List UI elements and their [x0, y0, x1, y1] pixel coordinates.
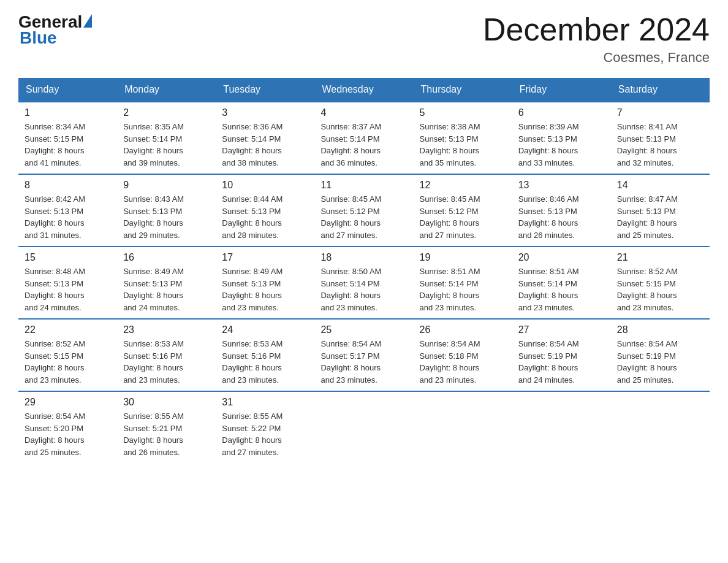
day-info: Sunrise: 8:47 AM Sunset: 5:13 PM Dayligh… — [617, 193, 703, 241]
day-number: 12 — [420, 180, 506, 191]
column-header-sunday: Sunday — [18, 78, 117, 102]
day-info: Sunrise: 8:34 AM Sunset: 5:15 PM Dayligh… — [25, 121, 111, 169]
calendar-subtitle: Coesmes, France — [483, 50, 710, 66]
calendar-cell: 27Sunrise: 8:54 AM Sunset: 5:19 PM Dayli… — [512, 319, 611, 391]
day-number: 13 — [518, 180, 605, 191]
day-info: Sunrise: 8:51 AM Sunset: 5:14 PM Dayligh… — [518, 266, 605, 313]
calendar-cell: 29Sunrise: 8:54 AM Sunset: 5:20 PM Dayli… — [18, 391, 117, 471]
day-number: 5 — [420, 107, 506, 118]
logo-blue-text: Blue — [20, 28, 57, 48]
day-info: Sunrise: 8:35 AM Sunset: 5:14 PM Dayligh… — [123, 121, 210, 169]
day-number: 16 — [123, 252, 210, 263]
calendar-cell: 17Sunrise: 8:49 AM Sunset: 5:13 PM Dayli… — [216, 247, 314, 319]
day-info: Sunrise: 8:41 AM Sunset: 5:13 PM Dayligh… — [617, 121, 703, 169]
day-number: 20 — [518, 252, 605, 263]
day-info: Sunrise: 8:39 AM Sunset: 5:13 PM Dayligh… — [518, 121, 605, 169]
day-number: 7 — [617, 107, 703, 118]
calendar-cell: 9Sunrise: 8:43 AM Sunset: 5:13 PM Daylig… — [117, 174, 216, 247]
calendar-cell: 22Sunrise: 8:52 AM Sunset: 5:15 PM Dayli… — [18, 319, 117, 391]
calendar-cell: 16Sunrise: 8:49 AM Sunset: 5:13 PM Dayli… — [117, 247, 216, 319]
day-number: 28 — [617, 324, 703, 335]
calendar-cell — [314, 391, 413, 471]
calendar-cell: 26Sunrise: 8:54 AM Sunset: 5:18 PM Dayli… — [414, 319, 512, 391]
day-number: 4 — [320, 107, 407, 118]
day-number: 23 — [123, 324, 210, 335]
calendar-table: SundayMondayTuesdayWednesdayThursdayFrid… — [18, 78, 710, 471]
calendar-week-row: 15Sunrise: 8:48 AM Sunset: 5:13 PM Dayli… — [18, 247, 710, 319]
calendar-cell — [611, 391, 710, 471]
calendar-cell: 10Sunrise: 8:44 AM Sunset: 5:13 PM Dayli… — [216, 174, 314, 247]
day-number: 19 — [420, 252, 506, 263]
day-info: Sunrise: 8:45 AM Sunset: 5:12 PM Dayligh… — [320, 193, 407, 241]
day-number: 9 — [123, 180, 210, 191]
day-info: Sunrise: 8:45 AM Sunset: 5:12 PM Dayligh… — [420, 193, 506, 241]
calendar-cell: 13Sunrise: 8:46 AM Sunset: 5:13 PM Dayli… — [512, 174, 611, 247]
day-number: 24 — [222, 324, 308, 335]
logo-blue-container — [82, 17, 92, 28]
calendar-title: December 2024 — [483, 12, 710, 47]
day-info: Sunrise: 8:55 AM Sunset: 5:21 PM Dayligh… — [123, 410, 210, 458]
calendar-cell: 20Sunrise: 8:51 AM Sunset: 5:14 PM Dayli… — [512, 247, 611, 319]
column-header-friday: Friday — [512, 78, 611, 102]
calendar-week-row: 1Sunrise: 8:34 AM Sunset: 5:15 PM Daylig… — [18, 102, 710, 174]
calendar-cell: 21Sunrise: 8:52 AM Sunset: 5:15 PM Dayli… — [611, 247, 710, 319]
column-header-tuesday: Tuesday — [216, 78, 314, 102]
day-number: 10 — [222, 180, 308, 191]
day-info: Sunrise: 8:53 AM Sunset: 5:16 PM Dayligh… — [222, 338, 308, 386]
page-header: General Blue December 2024 Coesmes, Fran… — [18, 12, 710, 66]
title-section: December 2024 Coesmes, France — [483, 12, 710, 66]
calendar-cell — [512, 391, 611, 471]
day-info: Sunrise: 8:54 AM Sunset: 5:18 PM Dayligh… — [420, 338, 506, 386]
day-info: Sunrise: 8:48 AM Sunset: 5:13 PM Dayligh… — [25, 266, 111, 313]
calendar-cell: 31Sunrise: 8:55 AM Sunset: 5:22 PM Dayli… — [216, 391, 314, 471]
day-info: Sunrise: 8:36 AM Sunset: 5:14 PM Dayligh… — [222, 121, 308, 169]
column-header-thursday: Thursday — [414, 78, 512, 102]
calendar-cell: 5Sunrise: 8:38 AM Sunset: 5:13 PM Daylig… — [414, 102, 512, 174]
day-info: Sunrise: 8:54 AM Sunset: 5:19 PM Dayligh… — [518, 338, 605, 386]
day-number: 17 — [222, 252, 308, 263]
calendar-week-row: 22Sunrise: 8:52 AM Sunset: 5:15 PM Dayli… — [18, 319, 710, 391]
calendar-cell: 8Sunrise: 8:42 AM Sunset: 5:13 PM Daylig… — [18, 174, 117, 247]
calendar-cell: 30Sunrise: 8:55 AM Sunset: 5:21 PM Dayli… — [117, 391, 216, 471]
calendar-week-row: 29Sunrise: 8:54 AM Sunset: 5:20 PM Dayli… — [18, 391, 710, 471]
calendar-cell: 18Sunrise: 8:50 AM Sunset: 5:14 PM Dayli… — [314, 247, 413, 319]
calendar-cell: 19Sunrise: 8:51 AM Sunset: 5:14 PM Dayli… — [414, 247, 512, 319]
day-info: Sunrise: 8:54 AM Sunset: 5:17 PM Dayligh… — [320, 338, 407, 386]
calendar-cell: 25Sunrise: 8:54 AM Sunset: 5:17 PM Dayli… — [314, 319, 413, 391]
day-number: 18 — [320, 252, 407, 263]
day-number: 21 — [617, 252, 703, 263]
day-info: Sunrise: 8:37 AM Sunset: 5:14 PM Dayligh… — [320, 121, 407, 169]
calendar-cell: 23Sunrise: 8:53 AM Sunset: 5:16 PM Dayli… — [117, 319, 216, 391]
day-number: 2 — [123, 107, 210, 118]
logo-arrow-icon — [83, 14, 92, 28]
day-info: Sunrise: 8:52 AM Sunset: 5:15 PM Dayligh… — [617, 266, 703, 313]
day-info: Sunrise: 8:54 AM Sunset: 5:19 PM Dayligh… — [617, 338, 703, 386]
day-number: 26 — [420, 324, 506, 335]
day-number: 27 — [518, 324, 605, 335]
day-number: 15 — [25, 252, 111, 263]
calendar-cell: 6Sunrise: 8:39 AM Sunset: 5:13 PM Daylig… — [512, 102, 611, 174]
calendar-cell: 28Sunrise: 8:54 AM Sunset: 5:19 PM Dayli… — [611, 319, 710, 391]
day-info: Sunrise: 8:46 AM Sunset: 5:13 PM Dayligh… — [518, 193, 605, 241]
calendar-cell: 15Sunrise: 8:48 AM Sunset: 5:13 PM Dayli… — [18, 247, 117, 319]
day-number: 29 — [25, 397, 111, 408]
column-header-wednesday: Wednesday — [314, 78, 413, 102]
day-info: Sunrise: 8:42 AM Sunset: 5:13 PM Dayligh… — [25, 193, 111, 241]
day-info: Sunrise: 8:38 AM Sunset: 5:13 PM Dayligh… — [420, 121, 506, 169]
calendar-cell: 2Sunrise: 8:35 AM Sunset: 5:14 PM Daylig… — [117, 102, 216, 174]
day-info: Sunrise: 8:43 AM Sunset: 5:13 PM Dayligh… — [123, 193, 210, 241]
column-header-monday: Monday — [117, 78, 216, 102]
calendar-cell — [414, 391, 512, 471]
day-number: 30 — [123, 397, 210, 408]
column-header-saturday: Saturday — [611, 78, 710, 102]
calendar-cell: 4Sunrise: 8:37 AM Sunset: 5:14 PM Daylig… — [314, 102, 413, 174]
day-info: Sunrise: 8:49 AM Sunset: 5:13 PM Dayligh… — [123, 266, 210, 313]
calendar-cell: 3Sunrise: 8:36 AM Sunset: 5:14 PM Daylig… — [216, 102, 314, 174]
day-number: 14 — [617, 180, 703, 191]
day-number: 25 — [320, 324, 407, 335]
calendar-cell: 14Sunrise: 8:47 AM Sunset: 5:13 PM Dayli… — [611, 174, 710, 247]
day-info: Sunrise: 8:52 AM Sunset: 5:15 PM Dayligh… — [25, 338, 111, 386]
day-number: 6 — [518, 107, 605, 118]
day-number: 22 — [25, 324, 111, 335]
day-info: Sunrise: 8:54 AM Sunset: 5:20 PM Dayligh… — [25, 410, 111, 458]
